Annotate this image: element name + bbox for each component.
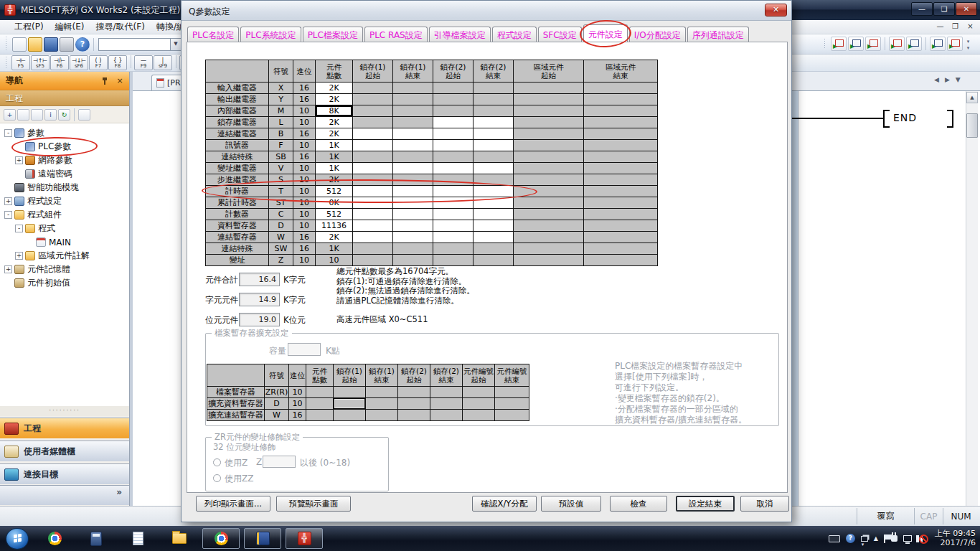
footer-button-1[interactable]: 預覽顯示畫面 — [276, 496, 351, 512]
monitor-mode-icon[interactable] — [831, 37, 847, 51]
device-B-points-cell[interactable]: 2K — [316, 128, 353, 140]
paste-icon[interactable] — [31, 109, 43, 121]
taskbar-app-2[interactable] — [119, 528, 156, 549]
tree-item-0[interactable]: -參數 — [0, 126, 129, 140]
device-C-latch-2-end-cell[interactable] — [473, 209, 514, 220]
toolbar-overflow-icon[interactable]: ▾▾ — [963, 37, 973, 51]
tree-item-11[interactable]: 元件初始值 — [0, 276, 129, 290]
write-mode-icon[interactable] — [906, 37, 922, 51]
scroll-up-icon[interactable]: ▲ — [966, 92, 978, 103]
device-W-latch-2-end-cell[interactable] — [473, 232, 514, 243]
combo-chevron-icon[interactable]: ▼ — [170, 39, 181, 50]
device-W-latch-2-start-cell[interactable] — [433, 232, 473, 243]
pin-icon[interactable] — [100, 77, 109, 85]
device-W-latch-1-start-cell[interactable] — [353, 232, 393, 243]
tab-PLC檔案設定[interactable]: PLC檔案設定 — [303, 27, 363, 42]
device-M-points-cell[interactable]: 8K — [316, 105, 353, 117]
tab-scroll-right-icon[interactable]: ▶ — [945, 76, 950, 83]
device-B-latch-1-start-cell[interactable] — [353, 128, 393, 140]
device-F-points-cell[interactable]: 1K — [316, 140, 353, 151]
zoom-monitor-icon[interactable] — [930, 37, 946, 51]
device-B-latch-2-start-cell[interactable] — [433, 128, 473, 140]
ladder-symbol-F5-button[interactable]: ⊣⊢F5 — [11, 55, 30, 70]
device-L-latch-2-end-cell[interactable] — [473, 117, 514, 128]
tab-序列通訊設定[interactable]: 序列通訊設定 — [687, 27, 749, 42]
device-F-latch-1-start-cell[interactable] — [353, 140, 393, 151]
panel-chevron-button[interactable]: » — [0, 485, 129, 505]
tray-volume-muted-icon-wrap[interactable] — [918, 535, 923, 542]
tray-flag-icon-wrap[interactable] — [884, 534, 885, 543]
tree-expander-icon[interactable]: - — [4, 129, 12, 137]
tree-item-8[interactable]: MAIN — [0, 235, 129, 249]
use-zz-radio[interactable] — [213, 474, 221, 482]
footer-預設值-button[interactable]: 預設值 — [541, 496, 601, 512]
close-button[interactable]: ✕ — [956, 2, 977, 16]
ladder-symbol-F8-button[interactable]: { }F8 — [108, 55, 127, 70]
vertical-scrollbar[interactable]: ▲ — [966, 91, 978, 507]
tree-item-4[interactable]: 智能功能模塊 — [0, 181, 129, 194]
device-C-latch-1-end-cell[interactable] — [393, 209, 433, 220]
tree-expander-icon[interactable]: - — [15, 225, 23, 232]
device-W-points-cell[interactable]: 2K — [316, 232, 353, 243]
nav-mode-connection-button[interactable]: 連接目標 — [0, 463, 129, 484]
menu-item-0[interactable]: 工程(P) — [9, 19, 50, 34]
new-data-icon[interactable]: + — [4, 109, 16, 121]
device-X-points-cell[interactable]: 2K — [316, 83, 353, 94]
device-ST-points-cell[interactable]: 0K — [316, 197, 353, 209]
tab-PLC名設定[interactable]: PLC名設定 — [187, 27, 239, 42]
device-F-latch-2-end-cell[interactable] — [473, 140, 514, 151]
z-number-input[interactable] — [263, 456, 296, 468]
device-V-latch-2-end-cell[interactable] — [473, 163, 514, 174]
filter-icon[interactable] — [78, 109, 90, 121]
device-L-points-cell[interactable]: 2K — [316, 117, 353, 128]
tab-元件設定[interactable]: 元件設定 — [583, 24, 628, 42]
tray-show-hidden-icon-wrap[interactable]: ▲ — [874, 535, 878, 542]
tree-item-2[interactable]: +網路參數 — [0, 154, 129, 167]
help-icon[interactable]: ? — [75, 37, 90, 52]
mdi-minimize-button[interactable]: — — [934, 22, 946, 32]
tab-PLC RAS設定[interactable]: PLC RAS設定 — [364, 27, 428, 42]
tree-expander-icon[interactable]: + — [4, 265, 12, 273]
device-D-points-cell[interactable]: 11136 — [316, 220, 353, 232]
tree-item-7[interactable]: -程式 — [0, 222, 129, 235]
device-T-latch-2-start-cell[interactable] — [433, 186, 473, 197]
scrollbar-thumb[interactable] — [966, 113, 978, 138]
device-ST-latch-1-end-cell[interactable] — [393, 197, 433, 209]
dialog-close-button[interactable]: ✕ — [765, 4, 787, 17]
tree-expander-icon[interactable]: + — [15, 252, 23, 260]
footer-確認X/Y分配-button[interactable]: 確認X/Y分配 — [472, 496, 537, 512]
tray-window-icon-wrap[interactable] — [861, 536, 868, 542]
device-ST-latch-2-end-cell[interactable] — [473, 197, 514, 209]
end-instruction[interactable]: END — [893, 112, 917, 123]
ladder-symbol-F7-button[interactable]: ( )F7 — [89, 55, 108, 70]
monitor-write-icon[interactable] — [848, 37, 864, 51]
ladder-symbol-sF9-button[interactable]: │sF9 — [154, 55, 172, 70]
device-V-latch-2-start-cell[interactable] — [433, 163, 473, 174]
device-B-latch-2-end-cell[interactable] — [473, 128, 514, 140]
taskbar-app-0[interactable] — [36, 528, 73, 549]
tree-item-3[interactable]: 遠端密碼 — [0, 167, 129, 181]
tab-list-icon[interactable]: ▼ — [956, 76, 961, 83]
tree-item-9[interactable]: +區域元件註解 — [0, 249, 129, 263]
tab-scroll-left-icon[interactable]: ◀ — [934, 76, 939, 83]
maximize-button[interactable]: ❏ — [933, 2, 955, 16]
save-icon[interactable] — [44, 37, 58, 52]
tray-keyboard-icon-wrap[interactable] — [829, 535, 840, 542]
tab-PLC系統設定[interactable]: PLC系統設定 — [240, 27, 301, 42]
menu-item-1[interactable]: 編輯(E) — [50, 19, 90, 34]
device-L-latch-2-start-cell[interactable] — [433, 117, 473, 128]
taskbar-app-1[interactable] — [77, 528, 115, 549]
ladder-symbol-sF6-button[interactable]: ⊣↓⊢sF6 — [70, 55, 88, 70]
footer-設定結束-button[interactable]: 設定結束 — [676, 496, 735, 512]
device-D-latch-2-start-cell[interactable] — [433, 220, 473, 232]
print-icon[interactable] — [60, 37, 74, 52]
device-T-latch-2-end-cell[interactable] — [473, 186, 514, 197]
tree-item-1[interactable]: PLC參數 — [0, 140, 129, 154]
device-test-icon[interactable] — [947, 37, 963, 51]
tray-power-icon-wrap[interactable] — [891, 535, 897, 542]
toolbar-grip[interactable] — [5, 37, 9, 52]
copy-icon[interactable] — [17, 109, 29, 121]
device-V-points-cell[interactable]: 1K — [316, 163, 353, 174]
ladder-symbol-F9-button[interactable]: —F9 — [134, 55, 153, 70]
device-W-latch-1-end-cell[interactable] — [393, 232, 433, 243]
